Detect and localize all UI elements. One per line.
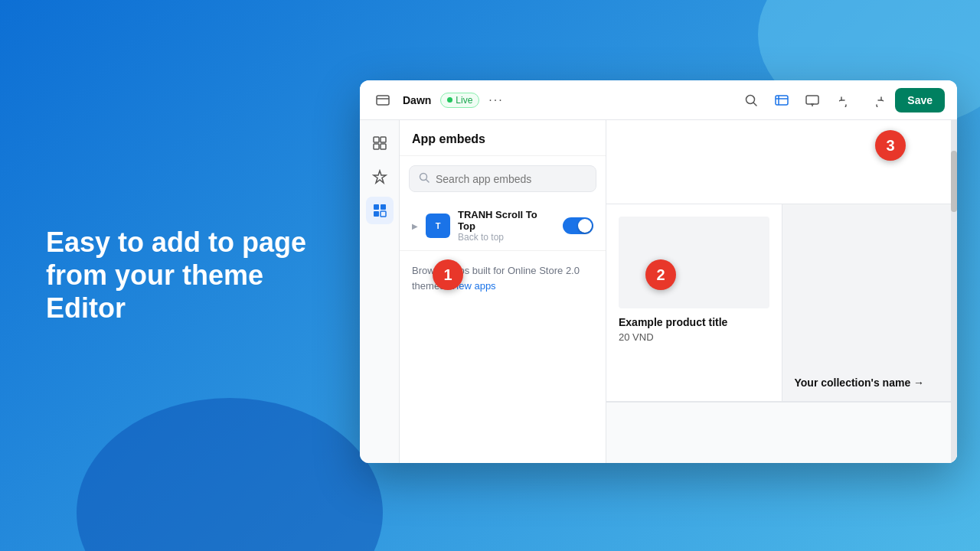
bg-blob-bottom [77, 398, 383, 551]
sections-icon[interactable] [366, 129, 394, 157]
embed-item[interactable]: ▶ T TRANH Scroll To Top Back to top [400, 201, 606, 251]
svg-line-19 [426, 180, 430, 183]
topbar-left: Dawn Live ··· [372, 90, 730, 111]
embed-subtitle: Back to top [458, 232, 555, 243]
desktop-view-button[interactable] [800, 88, 825, 112]
hero-line1: Easy to add to page [46, 227, 306, 258]
panel-title: App embeds [400, 120, 606, 156]
collection-title: Your collection's name → [795, 377, 946, 389]
badge-2: 2 [645, 259, 676, 290]
preview-content: Example product title 20 VND Your collec… [606, 120, 957, 463]
embed-info: TRANH Scroll To Top Back to top [458, 209, 555, 243]
redo-button[interactable] [864, 88, 889, 112]
preview-row: Example product title 20 VND Your collec… [606, 204, 957, 402]
theme-name: Dawn [403, 94, 431, 106]
scrollbar[interactable] [951, 120, 957, 463]
expand-icon: ▶ [412, 222, 418, 230]
svg-point-2 [746, 95, 755, 103]
live-badge: Live [440, 93, 479, 108]
more-button[interactable]: ··· [488, 93, 503, 107]
badge-1-label: 1 [443, 266, 452, 284]
scrollbar-thumb [951, 151, 957, 212]
preview-bottom [606, 402, 957, 463]
product-title: Example product title [619, 316, 769, 328]
toggle-knob [578, 219, 592, 233]
embed-app-icon: T [426, 214, 450, 238]
svg-rect-0 [377, 96, 389, 105]
svg-rect-7 [806, 96, 818, 104]
preview-top-blank [606, 120, 957, 204]
collection-title-text: Your collection's name [795, 377, 911, 389]
collection-card: Your collection's name → [782, 204, 958, 402]
undo-button[interactable] [834, 88, 858, 112]
topbar-center [739, 88, 825, 112]
svg-rect-17 [381, 211, 386, 217]
hero-text: Easy to add to page from your theme Edit… [46, 226, 337, 325]
app-embeds-icon[interactable] [366, 197, 394, 224]
svg-rect-11 [381, 137, 386, 142]
svg-rect-12 [374, 144, 379, 149]
embed-name: TRANH Scroll To Top [458, 209, 555, 232]
sidebar-icons [360, 120, 400, 463]
product-image [619, 217, 769, 308]
topbar-right: Save [834, 88, 945, 112]
product-price: 20 VND [619, 331, 769, 343]
collection-arrow: → [913, 377, 924, 389]
back-button[interactable] [372, 90, 394, 111]
save-button[interactable]: Save [895, 88, 945, 112]
badge-1: 1 [433, 259, 463, 290]
hero-line2: from your theme Editor [46, 259, 263, 324]
search-icon [419, 172, 430, 185]
svg-rect-4 [776, 96, 788, 105]
svg-rect-14 [374, 204, 379, 210]
browse-text: Browse apps built for Online Store 2.0 t… [400, 251, 606, 305]
customize-icon[interactable] [366, 163, 394, 191]
panel: App embeds ▶ T TRANH Scroll To Top Back … [400, 120, 606, 463]
preview-area: Example product title 20 VND Your collec… [606, 120, 957, 463]
editor-body: App embeds ▶ T TRANH Scroll To Top Back … [360, 120, 957, 463]
badge-3-label: 3 [886, 137, 894, 155]
live-dot [447, 97, 452, 103]
product-card: Example product title 20 VND [606, 204, 782, 402]
mobile-view-button[interactable] [769, 88, 794, 112]
svg-line-3 [754, 103, 757, 106]
svg-rect-15 [381, 204, 386, 210]
badge-3: 3 [875, 130, 906, 161]
search-input[interactable] [436, 173, 586, 185]
search-box[interactable] [409, 165, 596, 192]
svg-rect-16 [374, 211, 379, 217]
badge-2-label: 2 [656, 266, 665, 284]
live-label: Live [456, 95, 472, 106]
svg-rect-10 [374, 137, 379, 142]
svg-rect-13 [381, 144, 386, 149]
embed-toggle[interactable] [563, 217, 593, 234]
topbar: Dawn Live ··· Save [360, 80, 957, 120]
search-button[interactable] [739, 88, 763, 112]
